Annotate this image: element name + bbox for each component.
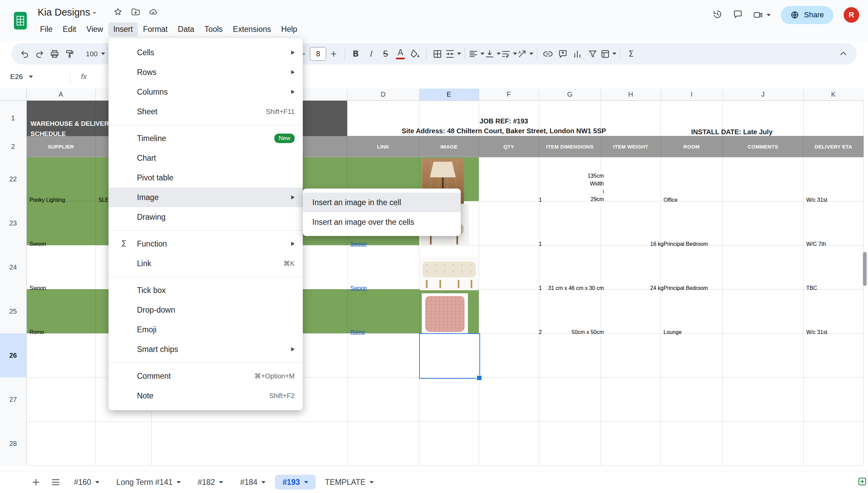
menu-item-timeline[interactable]: TimelineNew [108, 129, 303, 148]
cell-K22-eta[interactable]: W/c 31st [803, 157, 868, 205]
cell-I1-install-date[interactable]: INSTALL DATE: Late July [660, 100, 803, 141]
cell-A24-supplier[interactable]: Swoon [26, 245, 101, 293]
row-header-24[interactable]: 24 [0, 245, 26, 289]
menu-item-pivot-table[interactable]: Pivot table [108, 168, 303, 188]
column-header-D[interactable]: D [347, 88, 419, 100]
menu-format[interactable]: Format [138, 22, 173, 36]
sheet-tab-184[interactable]: #184 [233, 475, 273, 490]
header-link[interactable]: LINK [347, 136, 419, 157]
sheets-logo-icon[interactable] [14, 12, 27, 29]
cloud-saved-icon[interactable] [149, 7, 158, 18]
cell-E25-pink-cushion-photo[interactable] [422, 293, 468, 334]
fill-color-button[interactable] [408, 46, 423, 62]
menu-insert[interactable]: Insert [108, 22, 138, 36]
sheet-tab-template[interactable]: TEMPLATE [318, 475, 381, 490]
header-image[interactable]: IMAGE [419, 136, 479, 157]
row-header-22[interactable]: 22 [0, 157, 26, 201]
sheet-tab-182[interactable]: #182 [190, 475, 231, 490]
cell-I23-room[interactable]: Principal Bedroom [660, 201, 729, 249]
menu-item-tick-box[interactable]: Tick box [108, 280, 303, 300]
menu-item-smart-chips[interactable]: Smart chips [108, 339, 303, 359]
row-header-2[interactable]: 2 [0, 136, 26, 157]
add-sheet-button[interactable] [27, 473, 45, 491]
share-button[interactable]: Share [781, 6, 833, 24]
header-supplier[interactable]: SUPPLIER [26, 136, 95, 157]
cell-F24-qty[interactable]: 1 [479, 245, 545, 293]
submenu-item-image-in-cell[interactable]: Insert an image in the cell [303, 193, 461, 212]
menu-file[interactable]: File [35, 22, 58, 36]
cell-G22-dimensions[interactable]: 135cm Width i 29cm [539, 157, 607, 205]
cell-F22-qty[interactable]: 1 [479, 157, 545, 205]
menu-item-chart[interactable]: Chart [108, 148, 303, 168]
column-header-K[interactable]: K [803, 88, 864, 100]
menu-help[interactable]: Help [276, 22, 302, 36]
cell-A22-supplier[interactable]: Pooky Lighting [26, 157, 101, 205]
functions-button[interactable]: Σ [624, 46, 638, 62]
header-comments[interactable]: COMMENTS [723, 136, 803, 157]
font-size-input[interactable]: 8 [310, 47, 326, 61]
comments-icon[interactable] [733, 9, 743, 21]
cell-E24-bench-photo[interactable] [420, 256, 478, 290]
cell-K25-eta[interactable]: W/c 31st [803, 289, 868, 337]
menu-tools[interactable]: Tools [199, 22, 228, 36]
account-avatar[interactable]: R [844, 7, 859, 23]
tab-menu-caret-icon[interactable] [370, 481, 374, 484]
borders-button[interactable] [430, 46, 445, 62]
menu-item-function[interactable]: Σ Function [108, 234, 303, 254]
sheet-tab-193-active[interactable]: #193 [275, 475, 315, 490]
menu-item-comment[interactable]: Comment⌘+Option+M [108, 366, 303, 386]
sheet-tab-160[interactable]: #160 [66, 475, 107, 490]
document-title[interactable]: Kia Designs - [38, 7, 96, 18]
cell-D1-job-ref[interactable]: JOB REF: #193 Site Address: 48 Chiltern … [347, 100, 660, 140]
row-header-25[interactable]: 25 [0, 289, 26, 333]
tab-menu-caret-icon[interactable] [219, 481, 223, 484]
cell-I24-room[interactable]: Principal Bedroom [660, 245, 729, 293]
all-sheets-button[interactable] [47, 473, 64, 491]
insert-comment-button[interactable] [555, 46, 570, 62]
vertical-align-button[interactable] [485, 46, 501, 62]
cell-K23-eta[interactable]: W/C 7th [803, 201, 868, 249]
table-views-button[interactable] [600, 46, 616, 62]
bold-button[interactable]: B [348, 46, 363, 62]
create-filter-button[interactable] [585, 46, 600, 62]
cell-A23-supplier[interactable]: Swoon [26, 201, 101, 249]
selected-cell-E26[interactable] [419, 333, 480, 379]
cell-D24-link[interactable]: Swoon [347, 245, 425, 293]
hide-toolbar-button[interactable] [836, 46, 851, 62]
text-color-button[interactable]: A [393, 46, 408, 62]
menu-item-columns[interactable]: Columns [108, 82, 303, 102]
submenu-item-image-over-cells[interactable]: Insert an image over the cells [303, 212, 461, 232]
column-header-F[interactable]: F [479, 88, 539, 100]
header-qty[interactable]: QTY [479, 136, 539, 157]
merge-cells-button[interactable] [445, 46, 461, 62]
menu-item-cells[interactable]: Cells [108, 43, 303, 62]
paint-format-button[interactable] [62, 46, 77, 62]
row-header-27[interactable]: 27 [0, 377, 26, 421]
cell-G25-dimensions[interactable]: 50cm x 50cm [539, 289, 607, 337]
header-item-dimensions[interactable]: ITEM DIMENSIONS [539, 136, 601, 157]
cell-K24-eta[interactable]: TBC [803, 245, 868, 293]
zoom-control[interactable]: 100 [86, 50, 105, 58]
column-header-A[interactable]: A [26, 88, 95, 100]
cell-G24-dimensions[interactable]: 31 cm x 46 cm x 30 cm [539, 245, 607, 293]
header-item-weight[interactable]: ITEM WEIGHT [601, 136, 660, 157]
cell-I25-room[interactable]: Lounge [660, 289, 729, 337]
column-header-E[interactable]: E [419, 88, 479, 100]
text-rotation-button[interactable]: A [517, 46, 533, 62]
menu-item-note[interactable]: NoteShift+F2 [108, 386, 303, 406]
column-header-G[interactable]: G [539, 88, 601, 100]
row-header-26[interactable]: 26 [0, 333, 26, 377]
menu-edit[interactable]: Edit [58, 22, 81, 36]
menu-item-emoji[interactable]: Emoji [108, 320, 303, 339]
tab-menu-caret-icon[interactable] [177, 481, 181, 484]
tab-menu-caret-icon[interactable] [95, 481, 99, 484]
horizontal-align-button[interactable] [468, 46, 485, 62]
join-call-button[interactable] [753, 10, 771, 20]
menu-extensions[interactable]: Extensions [228, 22, 276, 36]
insert-link-button[interactable] [540, 46, 555, 62]
print-button[interactable] [47, 46, 62, 62]
cell-A25-supplier[interactable]: Romo [26, 289, 101, 337]
fill-handle[interactable] [476, 375, 482, 381]
undo-button[interactable] [17, 46, 32, 62]
menu-item-drawing[interactable]: Drawing [108, 207, 303, 227]
